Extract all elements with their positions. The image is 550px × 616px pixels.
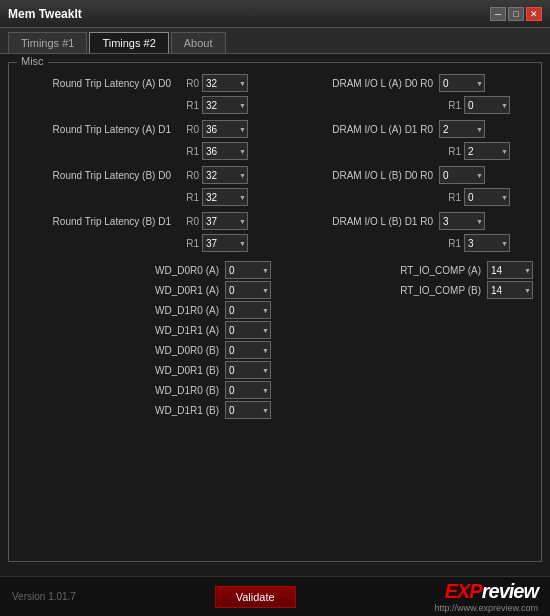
rtl-a-d0-label: Round Trip Latency (A) D0 (17, 78, 177, 89)
rt-comp-b-wrapper[interactable]: 14 (487, 281, 533, 299)
rtl-b-d0-r0-select[interactable]: 32 (202, 166, 248, 184)
dram-a-d1-r1-select[interactable]: 2 (464, 142, 510, 160)
dram-a-d1-r0-select[interactable]: 2 (439, 120, 485, 138)
rtl-b-d1-r1-row: R1 37 (17, 233, 271, 253)
wd-d0r0-a-row: WD_D0R0 (A) 0 (17, 261, 271, 279)
dram-b-d0-r0-row: DRAM I/O L (B) D0 R0 0 (279, 165, 533, 185)
rtl-b-d1-r0-row: Round Trip Latency (B) D1 R0 37 (17, 211, 271, 231)
footer-bar: Version 1.01.7 Validate EXPreview http:/… (0, 576, 550, 616)
watermark-brand: EXPreview (445, 580, 538, 603)
rt-comp-b-select[interactable]: 14 (487, 281, 533, 299)
wd-d1r1-b-select[interactable]: 0 (225, 401, 271, 419)
wd-d0r0-a-wrapper[interactable]: 0 (225, 261, 271, 279)
rtl-b-d1-group: Round Trip Latency (B) D1 R0 37 R1 (17, 211, 271, 253)
wd-d0r1-a-select[interactable]: 0 (225, 281, 271, 299)
dram-b-d1-r0-wrapper[interactable]: 3 (439, 212, 485, 230)
rtl-a-d0-r1-select[interactable]: 32 (202, 96, 248, 114)
wd-d1r0-a-row: WD_D1R0 (A) 0 (17, 301, 271, 319)
rtl-a-d0-group: Round Trip Latency (A) D0 R0 32 R1 (17, 73, 271, 115)
tab-timings2[interactable]: Timings #2 (89, 32, 168, 53)
dram-a-d1-group: DRAM I/O L (A) D1 R0 2 R1 2 (279, 119, 533, 161)
wd-d1r0-b-label: WD_D1R0 (B) (105, 385, 225, 396)
r0-label2: R0 (177, 124, 199, 135)
wd-d1r0-b-row: WD_D1R0 (B) 0 (17, 381, 271, 399)
wd-d1r1-b-row: WD_D1R1 (B) 0 (17, 401, 271, 419)
rtl-b-d0-r1-select[interactable]: 32 (202, 188, 248, 206)
wd-d1r1-a-select[interactable]: 0 (225, 321, 271, 339)
wd-d1r0-a-wrapper[interactable]: 0 (225, 301, 271, 319)
dram-b-d1-r1-wrapper[interactable]: 3 (464, 234, 510, 252)
wd-d0r0-b-select[interactable]: 0 (225, 341, 271, 359)
rtl-b-d0-r1-wrapper[interactable]: 32 (202, 188, 248, 206)
dram-a-d0-r1-select[interactable]: 0 (464, 96, 510, 114)
r1-label: R1 (177, 100, 199, 111)
rtl-b-d1-r0-wrapper[interactable]: 37 (202, 212, 248, 230)
rt-comp-a-wrapper[interactable]: 14 (487, 261, 533, 279)
close-button[interactable]: ✕ (526, 7, 542, 21)
dram-a-d0-r1-wrapper[interactable]: 0 (464, 96, 510, 114)
dram-b-d0-r1-row: R1 0 (279, 187, 533, 207)
rtl-a-d1-r0-select[interactable]: 36 (202, 120, 248, 138)
wd-section: WD_D0R0 (A) 0 WD_D0R1 (A) 0 WD_D1R0 (A) (17, 261, 271, 419)
rtl-b-d0-group: Round Trip Latency (B) D0 R0 32 R1 (17, 165, 271, 207)
wd-d1r1-a-wrapper[interactable]: 0 (225, 321, 271, 339)
wd-d0r1-a-label: WD_D0R1 (A) (105, 285, 225, 296)
dram-b-d1-label: DRAM I/O L (B) D1 R0 (279, 216, 439, 227)
r0-label3: R0 (177, 170, 199, 181)
wd-d1r0-b-select[interactable]: 0 (225, 381, 271, 399)
dram-b-d0-r0-wrapper[interactable]: 0 (439, 166, 485, 184)
wd-d0r1-b-select[interactable]: 0 (225, 361, 271, 379)
wd-d1r0-a-select[interactable]: 0 (225, 301, 271, 319)
title-bar: Mem TweakIt ─ □ ✕ (0, 0, 550, 28)
wd-d1r0-b-wrapper[interactable]: 0 (225, 381, 271, 399)
rtl-a-d1-r0-wrapper[interactable]: 36 (202, 120, 248, 138)
rtl-b-d1-r1-wrapper[interactable]: 37 (202, 234, 248, 252)
wd-d0r0-b-wrapper[interactable]: 0 (225, 341, 271, 359)
rtl-a-d1-r1-wrapper[interactable]: 36 (202, 142, 248, 160)
rtl-b-d1-r1-select[interactable]: 37 (202, 234, 248, 252)
dram-b-d0-r1-wrapper[interactable]: 0 (464, 188, 510, 206)
wd-d0r0-a-select[interactable]: 0 (225, 261, 271, 279)
dram-b-d0-r0-select[interactable]: 0 (439, 166, 485, 184)
dram-b-d1-r0-select[interactable]: 3 (439, 212, 485, 230)
dram-a-d1-r0-wrapper[interactable]: 2 (439, 120, 485, 138)
tab-timings1[interactable]: Timings #1 (8, 32, 87, 53)
r1-dram-b-d0: R1 (439, 192, 461, 203)
rtl-a-d1-r1-select[interactable]: 36 (202, 142, 248, 160)
r1-dram-a-d1: R1 (439, 146, 461, 157)
rtl-b-d1-r0-select[interactable]: 37 (202, 212, 248, 230)
wd-d0r1-b-wrapper[interactable]: 0 (225, 361, 271, 379)
rt-comp-b-label: RT_IO_COMP (B) (367, 285, 487, 296)
wd-d1r1-b-label: WD_D1R1 (B) (105, 405, 225, 416)
rt-comp-b-row: RT_IO_COMP (B) 14 (279, 281, 533, 299)
tab-bar: Timings #1 Timings #2 About (0, 28, 550, 54)
dram-a-d1-r1-row: R1 2 (279, 141, 533, 161)
misc-label: Misc (17, 55, 48, 67)
rtl-b-d0-label: Round Trip Latency (B) D0 (17, 170, 177, 181)
dram-a-d0-r0-wrapper[interactable]: 0 (439, 74, 485, 92)
r1-dram-b-d1: R1 (439, 238, 461, 249)
validate-button[interactable]: Validate (215, 586, 296, 608)
rtl-a-d0-r0-wrapper[interactable]: 32 (202, 74, 248, 92)
rtl-a-d0-r1-row: R1 32 (17, 95, 271, 115)
r1-label4: R1 (177, 238, 199, 249)
rtl-a-d0-r0-select[interactable]: 32 (202, 74, 248, 92)
main-content: Misc Round Trip Latency (A) D0 R0 32 (0, 54, 550, 570)
dram-a-d0-r0-row: DRAM I/O L (A) D0 R0 0 (279, 73, 533, 93)
dram-a-d0-r0-select[interactable]: 0 (439, 74, 485, 92)
wd-d1r1-b-wrapper[interactable]: 0 (225, 401, 271, 419)
rtl-a-d0-r0-row: Round Trip Latency (A) D0 R0 32 (17, 73, 271, 93)
wd-d0r1-a-wrapper[interactable]: 0 (225, 281, 271, 299)
dram-a-d1-r1-wrapper[interactable]: 2 (464, 142, 510, 160)
rtl-a-d0-r1-wrapper[interactable]: 32 (202, 96, 248, 114)
rtl-b-d0-r0-wrapper[interactable]: 32 (202, 166, 248, 184)
r1-label3: R1 (177, 192, 199, 203)
r0-label4: R0 (177, 216, 199, 227)
dram-b-d1-r1-select[interactable]: 3 (464, 234, 510, 252)
dram-a-d0-r1-row: R1 0 (279, 95, 533, 115)
dram-b-d0-r1-select[interactable]: 0 (464, 188, 510, 206)
minimize-button[interactable]: ─ (490, 7, 506, 21)
tab-about[interactable]: About (171, 32, 226, 53)
rt-comp-a-select[interactable]: 14 (487, 261, 533, 279)
maximize-button[interactable]: □ (508, 7, 524, 21)
